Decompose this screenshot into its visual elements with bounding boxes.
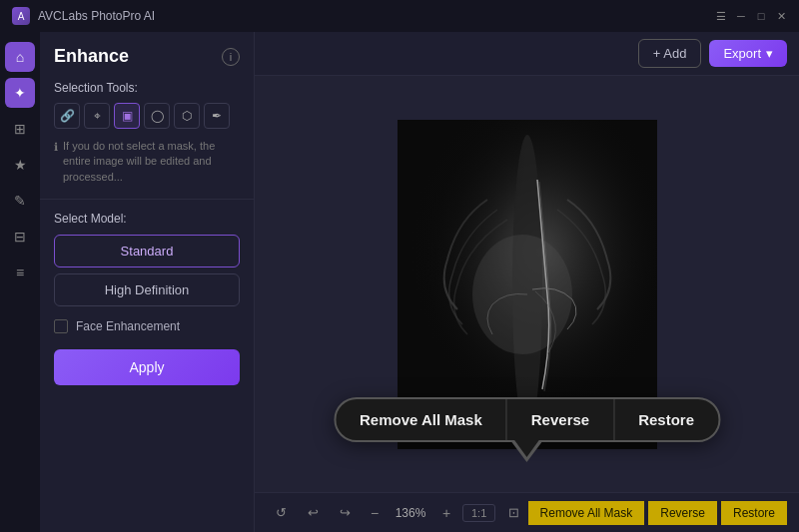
callout-reverse-btn[interactable]: Reverse [507, 399, 614, 440]
restore-btn[interactable]: Restore [721, 501, 787, 525]
tool-rect[interactable]: ▣ [114, 103, 140, 129]
callout-overlay: Remove All Mask Reverse Restore [334, 397, 720, 462]
callout-arrow [511, 442, 541, 462]
sidebar-title: Enhance [54, 46, 129, 67]
tool-pen[interactable]: ✒ [204, 103, 230, 129]
reverse-btn[interactable]: Reverse [648, 501, 717, 525]
model-hd-btn[interactable]: High Definition [54, 273, 240, 306]
close-btn[interactable]: ✕ [775, 10, 787, 22]
sidebar-nav-sliders[interactable]: ≡ [5, 258, 35, 287]
selection-tools-label: Selection Tools: [40, 77, 254, 101]
tool-magic[interactable]: ⬡ [174, 103, 200, 129]
callout-remove-all-mask-btn[interactable]: Remove All Mask [336, 399, 507, 440]
ratio-btn[interactable]: 1:1 [462, 504, 495, 522]
sidebar-nav-layers[interactable]: ⊟ [5, 222, 35, 252]
hint-text: ℹ If you do not select a mask, the entir… [40, 137, 254, 195]
content-area: + Add Export ▾ [255, 32, 799, 532]
tools-row: 🔗 ⌖ ▣ ◯ ⬡ ✒ [40, 101, 254, 137]
sidebar-nav-paint[interactable]: ✎ [5, 186, 35, 216]
zoom-level: 136% [391, 506, 430, 520]
zoom-controls: − 136% + [363, 501, 458, 525]
titlebar: A AVCLabs PhotoPro AI ☰ ─ □ ✕ [0, 0, 799, 32]
undo-btn[interactable]: ↩ [299, 499, 327, 527]
apply-button[interactable]: Apply [54, 349, 240, 385]
info-icon[interactable]: i [222, 48, 240, 66]
sidebar-nav-tools[interactable]: ⊞ [5, 114, 35, 144]
select-model-label: Select Model: [40, 204, 254, 232]
callout-buttons: Remove All Mask Reverse Restore [334, 397, 720, 442]
titlebar-left: A AVCLabs PhotoPro AI [12, 7, 155, 25]
face-enhancement-row: Face Enhancement [40, 309, 254, 343]
icon-bar: ⌂ ✦ ⊞ ★ ✎ ⊟ ≡ [0, 32, 40, 532]
callout-restore-btn[interactable]: Restore [614, 399, 718, 440]
sidebar: Enhance i Selection Tools: 🔗 ⌖ ▣ ◯ ⬡ ✒ ℹ… [40, 32, 255, 532]
tool-lasso[interactable]: ⌖ [84, 103, 110, 129]
divider [40, 199, 254, 200]
remove-all-mask-btn[interactable]: Remove All Mask [528, 501, 645, 525]
app-icon: A [12, 7, 30, 25]
app-title: AVCLabs PhotoPro AI [38, 9, 155, 23]
face-enhancement-checkbox[interactable] [54, 319, 68, 333]
hint-icon: ℹ [54, 140, 58, 155]
add-button[interactable]: + Add [638, 39, 702, 68]
bottom-toolbar: ↺ ↩ ↪ − 136% + 1:1 ⊡ Remove All Mask Rev… [255, 492, 799, 532]
zoom-out-btn[interactable]: − [363, 501, 387, 525]
fit-btn[interactable]: ⊡ [499, 499, 527, 527]
menu-btn[interactable]: ☰ [715, 10, 727, 22]
refresh-btn[interactable]: ↺ [267, 499, 295, 527]
export-button[interactable]: Export ▾ [709, 40, 787, 67]
canvas-area[interactable]: Remove All Mask Reverse Restore [255, 76, 799, 492]
zoom-in-btn[interactable]: + [434, 501, 458, 525]
top-toolbar: + Add Export ▾ [255, 32, 799, 76]
sidebar-nav-star[interactable]: ★ [5, 150, 35, 180]
sidebar-nav-home[interactable]: ⌂ [5, 42, 35, 72]
maximize-btn[interactable]: □ [755, 10, 767, 22]
tool-ellipse[interactable]: ◯ [144, 103, 170, 129]
sidebar-nav-enhance[interactable]: ✦ [5, 78, 35, 108]
model-standard-btn[interactable]: Standard [54, 235, 240, 267]
face-enhancement-label[interactable]: Face Enhancement [76, 319, 180, 333]
main-container: ⌂ ✦ ⊞ ★ ✎ ⊟ ≡ Enhance i Selection Tools:… [0, 32, 799, 532]
minimize-btn[interactable]: ─ [735, 10, 747, 22]
bottom-right-tools: Remove All Mask Reverse Restore [528, 501, 787, 525]
redo-btn[interactable]: ↪ [331, 499, 359, 527]
titlebar-controls: ☰ ─ □ ✕ [715, 10, 787, 22]
tool-link[interactable]: 🔗 [54, 103, 80, 129]
sidebar-header: Enhance i [40, 42, 254, 77]
bottom-left-tools: ↺ ↩ ↪ − 136% + 1:1 ⊡ [267, 499, 527, 527]
